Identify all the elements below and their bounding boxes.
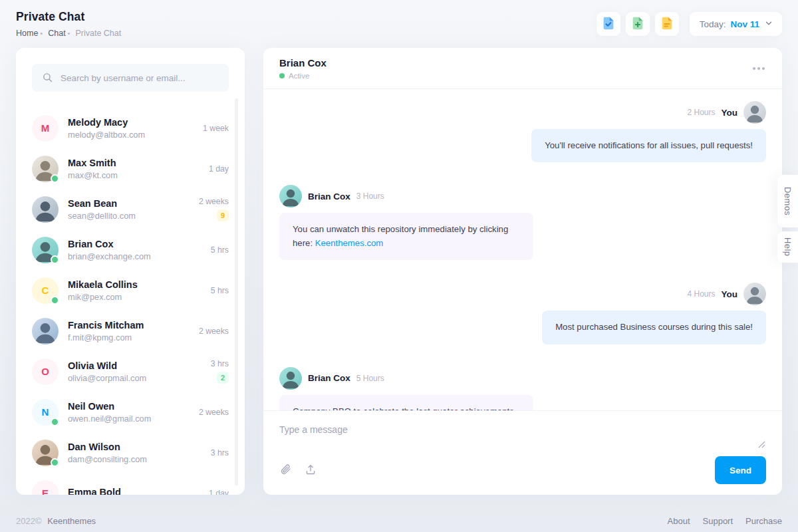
contact-list-item[interactable]: Brian Cox brian@exchange.com 5 hrs <box>16 229 245 270</box>
message-author[interactable]: Brian Cox <box>308 373 350 383</box>
message-time: 4 Hours <box>687 289 715 299</box>
contact-name[interactable]: Melody Macy <box>68 116 203 128</box>
contact-info: Brian Cox brian@exchange.com <box>68 238 211 261</box>
contact-email[interactable]: mik@pex.com <box>68 292 211 302</box>
contact-name[interactable]: Max Smith <box>68 157 209 169</box>
contact-name[interactable]: Dan Wilson <box>68 441 211 453</box>
chat-message: You 2 Hours You'll receive notifications… <box>279 101 766 162</box>
footer-link-about[interactable]: About <box>668 516 690 526</box>
avatar <box>32 196 59 223</box>
breadcrumb-chat[interactable]: Chat <box>48 29 75 38</box>
contact-list-item[interactable]: Sean Bean sean@dellito.com 2 weeks 9 <box>16 189 245 229</box>
side-tab-demos[interactable]: Demos <box>777 175 798 227</box>
chat-peer-name[interactable]: Brian Cox <box>279 57 327 68</box>
contact-email[interactable]: owen.neil@gmail.com <box>68 414 199 424</box>
message-bubble: You'll receive notifications for all iss… <box>531 129 766 162</box>
contact-list-item[interactable]: M Melody Macy melody@altbox.com 1 week <box>16 108 245 148</box>
message-author[interactable]: Brian Cox <box>308 192 350 201</box>
date-label: Today: <box>700 19 726 29</box>
contact-meta: 3 hrs 2 <box>211 359 229 384</box>
contact-info: Neil Owen owen.neil@gmail.com <box>68 400 199 424</box>
search-input[interactable] <box>32 64 229 92</box>
message-author[interactable]: You <box>722 108 738 118</box>
message-avatar <box>743 101 766 124</box>
contact-avatar <box>32 196 59 223</box>
contact-meta: 1 day <box>209 489 229 495</box>
page-footer: 2022© Keenthemes About Support Purchase <box>16 516 782 526</box>
contact-list-item[interactable]: C Mikaela Collins mik@pex.com 5 hrs <box>16 270 245 311</box>
footer-links: About Support Purchase <box>668 516 782 526</box>
brand-link[interactable]: Keenthemes <box>47 516 96 526</box>
contact-last-seen: 2 weeks <box>199 197 229 206</box>
chat-peer-block: Brian Cox Active <box>279 57 327 80</box>
contact-avatar <box>32 440 59 466</box>
contact-list-item[interactable]: Max Smith max@kt.com 1 day <box>16 148 245 189</box>
contact-avatar <box>32 156 59 182</box>
footer-link-support[interactable]: Support <box>703 516 733 526</box>
contact-name[interactable]: Neil Owen <box>68 400 199 412</box>
contact-email[interactable]: dam@consilting.com <box>68 454 211 464</box>
message-avatar <box>743 283 766 305</box>
contact-last-seen: 2 weeks <box>199 408 229 417</box>
contact-avatar: M <box>32 115 59 142</box>
contact-info: Emma Bold <box>68 486 209 495</box>
chat-header: Brian Cox Active <box>263 48 782 89</box>
contact-info: Mikaela Collins mik@pex.com <box>68 279 211 302</box>
page-header: Private Chat Home Chat Private Chat <box>0 0 798 48</box>
upload-button[interactable] <box>299 458 322 482</box>
contact-email[interactable]: max@kt.com <box>68 170 209 180</box>
date-selector[interactable]: Today: Nov 11 <box>690 12 782 36</box>
contact-last-seen: 2 weeks <box>199 327 229 336</box>
side-tab-help[interactable]: Help <box>777 231 798 263</box>
file-check-button[interactable] <box>597 12 620 36</box>
breadcrumb-home[interactable]: Home <box>16 29 48 38</box>
message-header: Brian Cox 3 Hours <box>279 185 384 207</box>
attach-file-button[interactable] <box>274 458 297 482</box>
contacts-scrollbar[interactable] <box>235 98 238 485</box>
contact-list-item[interactable]: Dan Wilson dam@consilting.com 3 hrs <box>16 432 245 473</box>
contact-email[interactable]: brian@exchange.com <box>68 251 211 261</box>
contact-name[interactable]: Sean Bean <box>68 198 199 209</box>
message-bubble: Company BBQ to celebrate the last quater… <box>279 395 533 410</box>
copyright: 2022© Keenthemes <box>16 516 96 526</box>
chat-message: Brian Cox 3 Hours You can unwatch this r… <box>279 185 766 260</box>
chat-panel: Brian Cox Active You 2 Hours You'll rece… <box>263 48 782 495</box>
message-author[interactable]: You <box>722 289 738 299</box>
message-time: 3 Hours <box>356 192 384 201</box>
message-bubble: You can unwatch this repository immediat… <box>279 213 533 260</box>
contact-name[interactable]: Emma Bold <box>68 486 209 495</box>
avatar <box>32 318 59 344</box>
file-lines-button[interactable] <box>655 12 679 36</box>
online-status-dot <box>279 73 285 78</box>
main-content: M Melody Macy melody@altbox.com 1 week M… <box>16 48 782 495</box>
send-button[interactable]: Send <box>715 456 766 484</box>
ellipsis-menu-icon[interactable] <box>751 63 766 74</box>
online-indicator <box>51 174 59 183</box>
contact-list-item[interactable]: E Emma Bold 1 day <box>16 473 245 495</box>
contact-email[interactable]: f.mit@kpmg.com <box>68 332 199 342</box>
message-link[interactable]: Keenthemes.com <box>315 238 384 248</box>
resize-handle-icon[interactable] <box>758 439 765 451</box>
contact-name[interactable]: Mikaela Collins <box>68 279 211 291</box>
contact-name[interactable]: Olivia Wild <box>68 360 211 372</box>
search-icon <box>42 72 53 86</box>
footer-link-purchase[interactable]: Purchase <box>745 516 782 526</box>
contact-name[interactable]: Francis Mitcham <box>68 319 199 331</box>
composer-actions: Send <box>279 456 766 484</box>
contact-info: Francis Mitcham f.mit@kpmg.com <box>68 319 199 342</box>
contact-list-item[interactable]: Francis Mitcham f.mit@kpmg.com 2 weeks <box>16 311 245 351</box>
contact-email[interactable]: melody@altbox.com <box>68 130 203 140</box>
message-input[interactable] <box>279 420 766 450</box>
file-plus-button[interactable] <box>626 12 650 36</box>
contact-meta: 1 day <box>209 164 229 174</box>
contact-name[interactable]: Brian Cox <box>68 238 211 250</box>
file-plus-icon <box>630 16 645 33</box>
contact-list-item[interactable]: N Neil Owen owen.neil@gmail.com 2 weeks <box>16 392 245 432</box>
contact-meta: 2 weeks <box>199 327 229 336</box>
message-avatar <box>279 185 302 207</box>
message-header: You 2 Hours <box>687 101 766 124</box>
contact-email[interactable]: sean@dellito.com <box>68 211 199 221</box>
contact-email[interactable]: olivia@corpmail.com <box>68 373 211 383</box>
contact-avatar: C <box>32 277 59 304</box>
contact-list-item[interactable]: O Olivia Wild olivia@corpmail.com 3 hrs … <box>16 351 245 392</box>
